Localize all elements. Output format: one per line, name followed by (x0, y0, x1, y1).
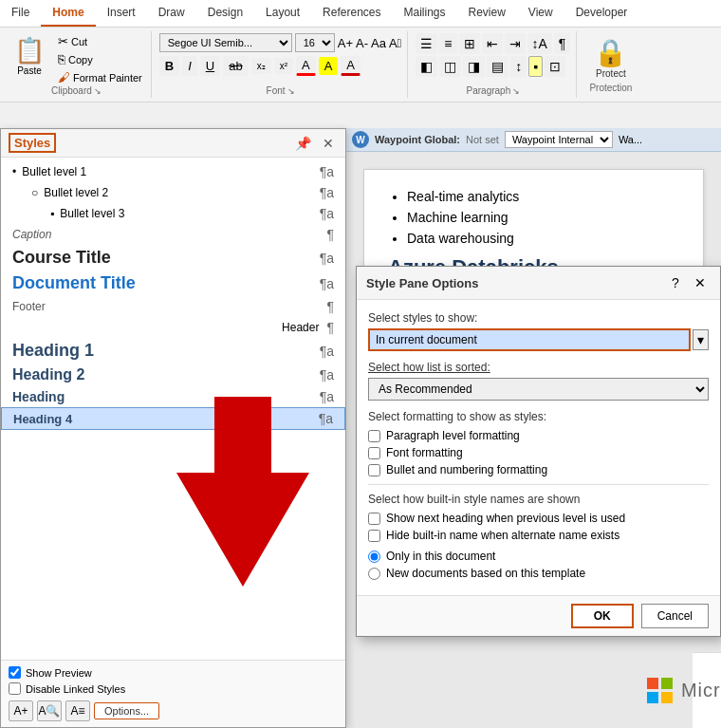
dialog-overlay: Style Pane Options ? ✕ Select styles to … (0, 0, 721, 728)
shown-option1-row: Show next heading when previous level is… (368, 512, 709, 525)
dialog-titlebar: Style Pane Options ? ✕ (357, 267, 720, 300)
format-para-label: Paragraph level formatting (386, 429, 520, 442)
dialog-cancel-button[interactable]: Cancel (641, 604, 709, 628)
styles-select-arrow[interactable]: ▾ (693, 329, 709, 350)
styles-select-wrapper: In current document ▾ (368, 328, 709, 351)
shown-option2-checkbox[interactable] (368, 530, 380, 542)
format-bullet-row: Bullet and numbering formatting (368, 463, 709, 476)
shown-option2-row: Hide built-in name when alternate name e… (368, 529, 709, 542)
style-pane-options-dialog: Style Pane Options ? ✕ Select styles to … (356, 266, 721, 637)
dialog-close-button[interactable]: ✕ (690, 272, 711, 293)
radio-new-docs[interactable] (368, 568, 380, 580)
radio-option2-row: New documents based on this template (368, 567, 709, 580)
radio-new-docs-label: New documents based on this template (386, 567, 585, 580)
radio-only-this-doc-label: Only in this document (386, 550, 495, 563)
dialog-ok-button[interactable]: OK (571, 604, 634, 628)
dialog-controls: ? ✕ (665, 272, 711, 293)
dialog-help-button[interactable]: ? (665, 272, 686, 293)
dialog-footer: OK Cancel (357, 595, 720, 636)
dialog-divider (368, 484, 709, 485)
shown-option1-checkbox[interactable] (368, 513, 380, 525)
shown-option2-label: Hide built-in name when alternate name e… (386, 529, 619, 542)
shown-label: Select how built-in style names are show… (368, 493, 709, 506)
sort-label: Select how list is sorted: (368, 361, 709, 374)
select-styles-label: Select styles to show: (368, 311, 709, 325)
format-para-checkbox[interactable] (368, 430, 380, 442)
radio-option1-row: Only in this document (368, 550, 709, 563)
format-para-row: Paragraph level formatting (368, 429, 709, 442)
radio-only-this-doc[interactable] (368, 551, 380, 563)
format-label: Select formatting to show as styles: (368, 410, 709, 423)
dialog-body: Select styles to show: In current docume… (357, 300, 720, 595)
format-font-checkbox[interactable] (368, 447, 380, 459)
format-font-row: Font formatting (368, 446, 709, 459)
sort-select[interactable]: As Recommended (368, 378, 709, 401)
styles-to-show-select[interactable]: In current document (368, 328, 691, 351)
shown-option1-label: Show next heading when previous level is… (386, 512, 625, 525)
dialog-title: Style Pane Options (366, 276, 478, 290)
format-font-label: Font formatting (386, 446, 463, 459)
format-bullet-checkbox[interactable] (368, 464, 380, 476)
format-bullet-label: Bullet and numbering formatting (386, 463, 547, 476)
